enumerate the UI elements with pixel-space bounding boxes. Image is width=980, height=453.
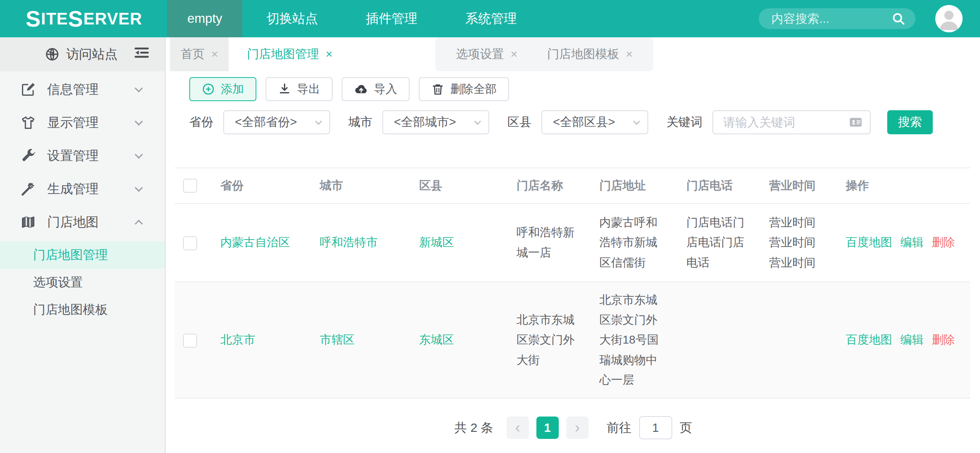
store-table: 省份 城市 区县 门店名称 门店地址 门店电话 营业时间 操作 内蒙古自治区 呼…: [175, 167, 970, 399]
app-logo[interactable]: SITESERVER: [0, 0, 167, 37]
toolbar: 添加 导出 导入 删除全部: [189, 77, 980, 101]
chevron-down-icon: [633, 118, 640, 125]
search-button[interactable]: 搜索: [887, 110, 933, 134]
sidebar-item-info-management[interactable]: 信息管理: [0, 73, 165, 106]
col-header-district: 区县: [411, 168, 508, 203]
delete-all-button[interactable]: 删除全部: [419, 77, 509, 101]
city-link[interactable]: 市辖区: [320, 333, 355, 346]
close-icon[interactable]: ×: [326, 48, 332, 61]
store-name-cell: 北京市东城区崇文门外大街: [508, 282, 591, 398]
district-filter-label: 区县: [507, 114, 531, 131]
current-page-button[interactable]: 1: [536, 417, 559, 439]
page-unit-label: 页: [680, 419, 692, 436]
tab-bar: 首页 × 门店地图管理 × 选项设置 × 门店地图模板 ×: [167, 37, 980, 71]
city-link[interactable]: 呼和浩特市: [320, 236, 378, 249]
district-link[interactable]: 东城区: [419, 333, 454, 346]
close-icon[interactable]: ×: [211, 48, 218, 61]
district-select[interactable]: <全部区县>: [541, 110, 648, 134]
collapse-sidebar-icon[interactable]: [133, 46, 150, 63]
district-link[interactable]: 新城区: [419, 236, 454, 249]
next-page-button[interactable]: ›: [566, 417, 589, 439]
col-header-province: 省份: [212, 168, 311, 203]
submenu-item-store-map-management[interactable]: 门店地图管理: [0, 241, 165, 269]
sidebar-item-generate-management[interactable]: 生成管理: [0, 172, 165, 206]
edit-square-icon: [20, 82, 36, 97]
chevron-down-icon: [135, 84, 143, 92]
pagination: 共 2 条 ‹ 1 › 前往 页: [167, 416, 980, 439]
table-row: 内蒙古自治区 呼和浩特市 新城区 呼和浩特新城一店 内蒙古呼和浩特市新城区信儒街…: [175, 203, 970, 282]
edit-link[interactable]: 编辑: [900, 333, 924, 346]
store-address-cell: 内蒙古呼和浩特市新城区信儒街: [591, 203, 678, 282]
sidebar-item-store-map[interactable]: 门店地图: [0, 206, 165, 239]
delete-link[interactable]: 删除: [932, 236, 955, 249]
select-all-checkbox[interactable]: [183, 179, 197, 193]
add-button[interactable]: 添加: [189, 77, 256, 101]
chevron-down-icon: [474, 118, 481, 125]
content-search-input[interactable]: [771, 12, 891, 26]
search-icon[interactable]: [891, 12, 905, 26]
content-search-box: [759, 8, 915, 29]
download-icon: [278, 82, 291, 96]
row-checkbox[interactable]: [183, 334, 197, 348]
close-icon[interactable]: ×: [626, 48, 632, 61]
store-name-cell: 呼和浩特新城一店: [508, 203, 591, 282]
col-header-city: 城市: [311, 168, 411, 203]
district-select-value: <全部区县>: [553, 114, 615, 131]
close-icon[interactable]: ×: [511, 48, 517, 61]
current-site-label: empty: [187, 11, 222, 26]
tab-store-map-management[interactable]: 门店地图管理 ×: [229, 37, 350, 71]
baidu-map-link[interactable]: 百度地图: [846, 236, 892, 249]
store-phone-cell: [678, 282, 761, 398]
province-filter-label: 省份: [189, 114, 213, 131]
nav-item-system[interactable]: 系统管理: [441, 0, 541, 37]
city-select[interactable]: <全部城市>: [382, 110, 489, 134]
delete-link[interactable]: 删除: [932, 333, 955, 346]
keyword-filter-label: 关键词: [666, 114, 702, 131]
import-button[interactable]: 导入: [342, 77, 410, 101]
city-filter-label: 城市: [348, 114, 372, 131]
user-avatar[interactable]: [935, 5, 963, 32]
top-nav: 切换站点 插件管理 系统管理: [242, 0, 541, 37]
province-select[interactable]: <全部省份>: [223, 110, 330, 134]
visit-site-button[interactable]: 访问站点: [0, 37, 165, 71]
province-link[interactable]: 内蒙古自治区: [220, 236, 290, 249]
visit-site-label: 访问站点: [66, 46, 118, 63]
cloud-upload-icon: [354, 82, 368, 96]
nav-item-plugins[interactable]: 插件管理: [342, 0, 441, 37]
sidebar-item-display-management[interactable]: 显示管理: [0, 106, 165, 139]
chevron-down-icon: [315, 118, 322, 125]
baidu-map-link[interactable]: 百度地图: [846, 333, 892, 346]
prev-page-button[interactable]: ‹: [507, 417, 529, 439]
globe-icon: [45, 47, 60, 62]
store-address-cell: 北京市东城区崇文门外大街18号国瑞城购物中心一层: [591, 282, 678, 398]
filter-bar: 省份 <全部省份> 城市 <全部城市> 区县 <全部区县> 关键词 搜索: [189, 110, 980, 134]
plus-circle-icon: [202, 82, 215, 96]
edit-link[interactable]: 编辑: [900, 236, 924, 249]
chevron-up-icon: [135, 220, 143, 228]
current-site-button[interactable]: empty: [167, 0, 242, 37]
submenu-item-option-settings[interactable]: 选项设置: [0, 269, 165, 296]
goto-page-input[interactable]: [639, 416, 672, 439]
nav-item-switch-site[interactable]: 切换站点: [242, 0, 342, 37]
total-count-label: 共 2 条: [454, 419, 493, 436]
export-button[interactable]: 导出: [266, 77, 333, 101]
sidebar-menu: 信息管理 显示管理 设置管理 生成管理: [0, 71, 165, 239]
row-checkbox[interactable]: [183, 236, 197, 250]
submenu-item-store-map-template[interactable]: 门店地图模板: [0, 296, 165, 323]
keyword-input-wrap: [712, 110, 871, 134]
sidebar: 访问站点 信息管理: [0, 37, 166, 453]
tab-home[interactable]: 首页 ×: [170, 37, 229, 71]
business-hours-cell: [761, 282, 838, 398]
province-link[interactable]: 北京市: [220, 333, 255, 346]
tshirt-icon: [20, 115, 36, 130]
tab-option-settings[interactable]: 选项设置 ×: [456, 46, 517, 63]
contact-card-icon: [848, 115, 863, 130]
table-row: 北京市 市辖区 东城区 北京市东城区崇文门外大街 北京市东城区崇文门外大街18号…: [175, 282, 970, 398]
keyword-input[interactable]: [723, 116, 848, 129]
store-map-submenu: 门店地图管理 选项设置 门店地图模板: [0, 241, 165, 323]
magic-wand-icon: [20, 182, 36, 196]
logo-text: S: [26, 7, 41, 30]
sidebar-item-settings-management[interactable]: 设置管理: [0, 139, 165, 172]
tab-store-map-template[interactable]: 门店地图模板 ×: [547, 46, 632, 63]
col-header-store-address: 门店地址: [591, 168, 678, 203]
